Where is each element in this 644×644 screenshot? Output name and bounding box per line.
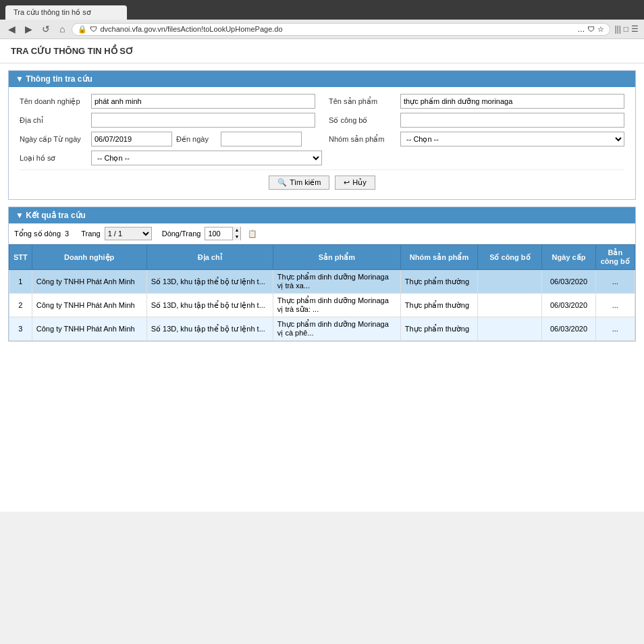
loai-ho-so-row: Loại hồ sơ -- Chọn -- <box>20 151 322 165</box>
browser-tabs: Tra cứu thông tin hồ sơ <box>0 3 644 20</box>
cell-ngay_cap: 06/03/2020 <box>542 317 595 341</box>
cell-ban_cong_bo: ... <box>595 270 635 294</box>
spinner-up[interactable]: ▲ <box>233 227 240 234</box>
search-icon: 🔍 <box>277 178 287 187</box>
tu-ngay-input[interactable] <box>91 132 172 146</box>
forward-button[interactable]: ▶ <box>22 22 35 36</box>
loai-ho-so-label: Loại hồ sơ <box>20 154 87 163</box>
cell-so_cong_bo <box>478 317 542 341</box>
form-grid-row1: Tên doanh nghiệp Tên sản phẩm <box>20 94 624 113</box>
table-body: 1Công ty TNHH Phát Anh MinhSố 13D, khu t… <box>9 270 635 341</box>
loai-ho-so-select[interactable]: -- Chọn -- <box>91 151 322 165</box>
cell-doanh_nghiep: Công ty TNHH Phát Anh Minh <box>32 270 146 294</box>
window-icon[interactable]: □ <box>624 24 628 34</box>
cell-nhom_san_pham: Thực phẩm thường <box>400 294 477 317</box>
cell-doanh_nghiep: Công ty TNHH Phát Anh Minh <box>32 294 146 317</box>
table-row[interactable]: 3Công ty TNHH Phát Anh MinhSố 13D, khu t… <box>9 317 635 341</box>
star-icon: ☆ <box>597 25 604 34</box>
cell-so_cong_bo <box>478 294 542 317</box>
den-ngay-label: Đến ngày <box>176 135 217 144</box>
cell-so_cong_bo <box>478 270 542 294</box>
so-cong-bo-input[interactable] <box>400 113 624 128</box>
search-section-body: Tên doanh nghiệp Tên sản phẩm Địa chỉ Số… <box>9 87 635 199</box>
ten-san-pham-row: Tên sản phẩm <box>329 94 624 109</box>
cell-dia_chi: Số 13D, khu tập thể bộ tư lệnh t... <box>146 270 273 294</box>
cell-dia_chi: Số 13D, khu tập thể bộ tư lệnh t... <box>146 317 273 341</box>
cell-ban_cong_bo: ... <box>595 317 635 341</box>
cell-ngay_cap: 06/03/2020 <box>542 294 595 317</box>
col-header-so-cong-bo: Số công bố <box>478 245 542 270</box>
pagination-row: Tổng số dòng 3 Trang 1 / 1 Dòng/Trang ▲ … <box>9 223 635 244</box>
ten-doanh-nghiep-row: Tên doanh nghiệp <box>20 94 315 109</box>
menu-icon[interactable]: ☰ <box>631 24 639 34</box>
tab-label: Tra cứu thông tin hồ sơ <box>14 8 91 16</box>
cell-san_pham: Thực phẩm dinh dưỡng Morinaga vị cà phê.… <box>273 317 400 341</box>
address-bar[interactable]: 🔒 🛡 dvchanoi.vfa.gov.vn/filesAction!toLo… <box>72 23 610 36</box>
col-header-doanh-nghiep: Doanh nghiệp <box>32 245 146 270</box>
page-select[interactable]: 1 / 1 <box>105 227 152 240</box>
cell-ngay_cap: 06/03/2020 <box>542 270 595 294</box>
rows-spinner[interactable]: ▲ ▼ <box>232 227 240 240</box>
button-row: 🔍 Tìm kiếm ↩ Hủy <box>20 169 624 192</box>
cell-nhom_san_pham: Thực phẩm thường <box>400 270 477 294</box>
col-header-dia-chi: Địa chỉ <box>146 245 273 270</box>
browser-chrome: Tra cứu thông tin hồ sơ ◀ ▶ ↺ ⌂ 🔒 🛡 dvch… <box>0 0 644 39</box>
reload-button[interactable]: ↺ <box>39 22 53 36</box>
cancel-icon: ↩ <box>344 178 350 187</box>
page-header: TRA CỨU THÔNG TIN HỒ SƠ <box>0 39 644 63</box>
dia-chi-row: Địa chỉ <box>20 113 315 128</box>
more-icon: … <box>577 25 585 33</box>
browser-tab[interactable]: Tra cứu thông tin hồ sơ <box>5 5 127 20</box>
results-section: ▼ Kết quả tra cứu Tổng số dòng 3 Trang 1… <box>8 207 636 342</box>
search-button[interactable]: 🔍 Tìm kiếm <box>269 176 329 190</box>
cell-stt: 1 <box>9 270 32 294</box>
shield-icon: 🛡 <box>90 25 97 33</box>
tong-so-dong-value: 3 <box>65 230 69 238</box>
home-button[interactable]: ⌂ <box>57 22 68 36</box>
ten-san-pham-label: Tên sản phẩm <box>329 97 396 106</box>
cell-san_pham: Thực phẩm dinh dưỡng Morinaga vị trà sữa… <box>273 294 400 317</box>
results-section-header[interactable]: ▼ Kết quả tra cứu <box>9 207 635 223</box>
shield-check-icon: 🛡 <box>587 25 595 33</box>
ten-san-pham-input[interactable] <box>400 94 624 109</box>
bookmark-icon[interactable]: ||| <box>614 24 620 34</box>
rows-per-page-input[interactable]: ▲ ▼ <box>205 227 241 240</box>
so-cong-bo-row: Số công bố <box>329 113 624 128</box>
ngay-cap-row: Ngày cấp Từ ngày Đến ngày <box>20 132 315 146</box>
den-ngay-input[interactable] <box>221 132 302 146</box>
ten-doanh-nghiep-input[interactable] <box>91 94 315 109</box>
back-button[interactable]: ◀ <box>5 22 18 36</box>
col-header-stt: STT <box>9 245 32 270</box>
rows-input-field[interactable] <box>205 227 232 240</box>
cell-stt: 2 <box>9 294 32 317</box>
nhom-san-pham-row: Nhóm sản phẩm -- Chọn -- <box>329 132 624 146</box>
search-section-header[interactable]: ▼ Thông tin tra cứu <box>9 71 635 87</box>
col-header-ngay-cap: Ngày cấp <box>542 245 595 270</box>
lock-icon: 🔒 <box>78 25 87 34</box>
nhom-san-pham-select[interactable]: -- Chọn -- <box>400 132 624 146</box>
cell-dia_chi: Số 13D, khu tập thể bộ tư lệnh t... <box>146 294 273 317</box>
cell-doanh_nghiep: Công ty TNHH Phát Anh Minh <box>32 317 146 341</box>
table-row[interactable]: 1Công ty TNHH Phát Anh MinhSố 13D, khu t… <box>9 270 635 294</box>
page-title: TRA CỨU THÔNG TIN HỒ SƠ <box>11 46 134 56</box>
cell-stt: 3 <box>9 317 32 341</box>
browser-actions: ||| □ ☰ <box>614 24 639 34</box>
table-header: STT Doanh nghiệp Địa chỉ Sản phẩm Nhóm s… <box>9 245 635 270</box>
results-table: STT Doanh nghiệp Địa chỉ Sản phẩm Nhóm s… <box>9 244 635 341</box>
ten-doanh-nghiep-label: Tên doanh nghiệp <box>20 97 87 106</box>
col-header-nhom: Nhóm sản phẩm <box>400 245 477 270</box>
form-grid-row3: Ngày cấp Từ ngày Đến ngày Nhóm sản phẩm … <box>20 132 624 151</box>
spinner-down[interactable]: ▼ <box>233 234 240 240</box>
cancel-button[interactable]: ↩ Hủy <box>335 176 375 190</box>
cancel-button-label: Hủy <box>352 178 366 187</box>
url-text: dvchanoi.vfa.gov.vn/filesAction!toLookUp… <box>100 25 574 33</box>
ngay-cap-label: Ngày cấp Từ ngày <box>20 135 87 144</box>
form-grid-row2: Địa chỉ Số công bố <box>20 113 624 132</box>
dia-chi-input[interactable] <box>91 113 315 128</box>
export-icon[interactable]: 📋 <box>248 230 257 238</box>
cell-nhom_san_pham: Thực phẩm thường <box>400 317 477 341</box>
trang-label: Trang <box>81 230 100 238</box>
header-row: STT Doanh nghiệp Địa chỉ Sản phẩm Nhóm s… <box>9 245 635 270</box>
page-content: TRA CỨU THÔNG TIN HỒ SƠ ▼ Thông tin tra … <box>0 39 644 512</box>
table-row[interactable]: 2Công ty TNHH Phát Anh MinhSố 13D, khu t… <box>9 294 635 317</box>
